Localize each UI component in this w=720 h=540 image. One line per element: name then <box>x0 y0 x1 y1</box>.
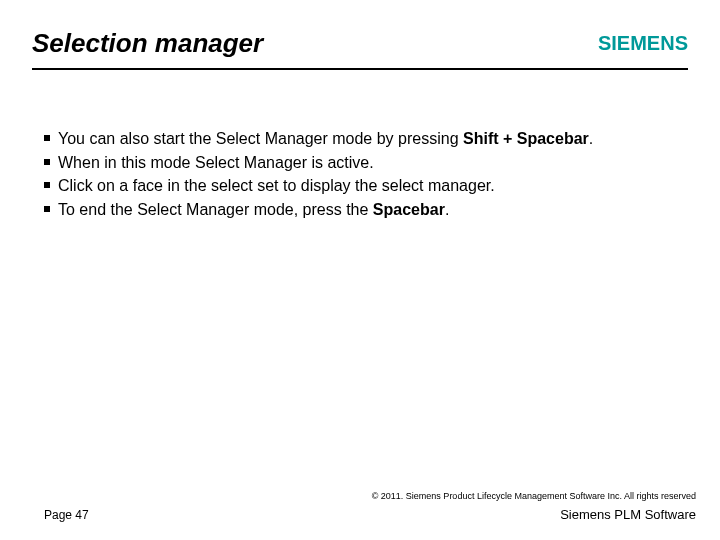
bullet-text-post: . <box>589 130 593 147</box>
footer-row: Page 47 Siemens PLM Software <box>44 507 696 522</box>
bullet-item: You can also start the Select Manager mo… <box>44 128 680 150</box>
bullet-item: When in this mode Select Manager is acti… <box>44 152 680 174</box>
bullet-text-post: . <box>445 201 449 218</box>
siemens-logo: SIEMENS <box>598 32 688 55</box>
footer-brand: Siemens PLM Software <box>560 507 696 522</box>
bullet-text-bold: Spacebar <box>373 201 445 218</box>
bullet-item: To end the Select Manager mode, press th… <box>44 199 680 221</box>
slide-title: Selection manager <box>32 28 263 59</box>
bullet-item: Click on a face in the select set to dis… <box>44 175 680 197</box>
page-number: Page 47 <box>44 508 89 522</box>
title-area: Selection manager SIEMENS <box>32 28 688 59</box>
bullet-text-pre: Click on a face in the select set to dis… <box>58 177 495 194</box>
title-rule <box>32 68 688 70</box>
bullet-text-bold: Shift + Spacebar <box>463 130 589 147</box>
bullet-text-pre: You can also start the Select Manager mo… <box>58 130 463 147</box>
body-text: You can also start the Select Manager mo… <box>44 128 680 222</box>
copyright-text: © 2011. Siemens Product Lifecycle Manage… <box>44 491 696 501</box>
bullet-text-pre: To end the Select Manager mode, press th… <box>58 201 373 218</box>
bullet-text-pre: When in this mode Select Manager is acti… <box>58 154 374 171</box>
footer: © 2011. Siemens Product Lifecycle Manage… <box>44 491 696 522</box>
slide: Selection manager SIEMENS You can also s… <box>0 0 720 540</box>
